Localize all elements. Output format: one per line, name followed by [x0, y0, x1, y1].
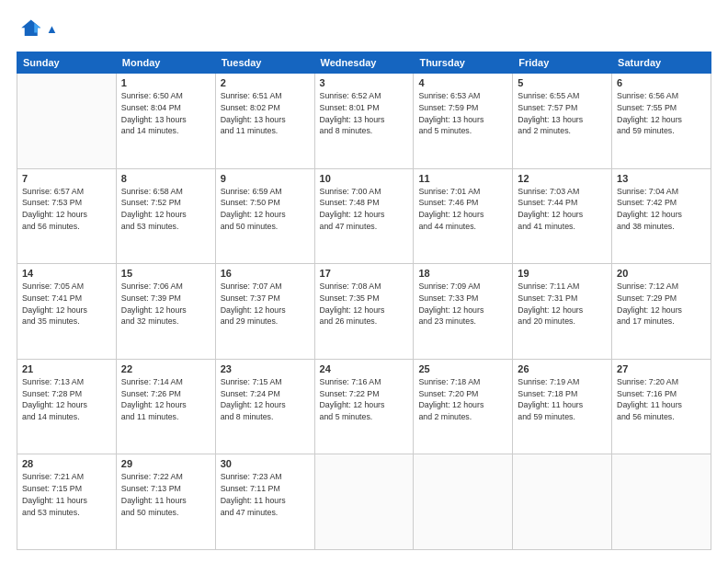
- day-number: 30: [221, 458, 310, 469]
- day-number: 4: [418, 77, 507, 88]
- calendar-cell: 4Sunrise: 6:53 AM Sunset: 7:59 PM Daylig…: [414, 74, 513, 169]
- day-info: Sunrise: 7:05 AM Sunset: 7:41 PM Dayligh…: [22, 281, 111, 327]
- day-number: 17: [320, 268, 409, 279]
- day-number: 2: [221, 77, 310, 88]
- day-info: Sunrise: 7:04 AM Sunset: 7:42 PM Dayligh…: [617, 186, 706, 233]
- day-info: Sunrise: 7:14 AM Sunset: 7:26 PM Dayligh…: [121, 376, 210, 423]
- calendar-table: SundayMondayTuesdayWednesdayThursdayFrid…: [17, 52, 711, 550]
- day-number: 22: [121, 363, 210, 374]
- weekday-header: Monday: [116, 52, 215, 74]
- day-number: 14: [22, 268, 111, 279]
- day-number: 25: [418, 363, 507, 374]
- calendar-week-row: 14Sunrise: 7:05 AM Sunset: 7:41 PM Dayli…: [17, 264, 711, 360]
- weekday-header: Thursday: [414, 52, 513, 74]
- day-info: Sunrise: 7:06 AM Sunset: 7:39 PM Dayligh…: [121, 281, 210, 327]
- day-info: Sunrise: 7:19 AM Sunset: 7:18 PM Dayligh…: [518, 376, 607, 423]
- calendar-cell: 16Sunrise: 7:07 AM Sunset: 7:37 PM Dayli…: [215, 264, 314, 360]
- logo: ▲: [17, 17, 58, 42]
- calendar-cell: 5Sunrise: 6:55 AM Sunset: 7:57 PM Daylig…: [513, 74, 612, 169]
- day-info: Sunrise: 6:56 AM Sunset: 7:55 PM Dayligh…: [617, 90, 706, 137]
- day-info: Sunrise: 6:57 AM Sunset: 7:53 PM Dayligh…: [22, 186, 111, 233]
- logo-icon: [17, 17, 42, 42]
- day-number: 27: [617, 363, 706, 374]
- day-info: Sunrise: 6:55 AM Sunset: 7:57 PM Dayligh…: [518, 90, 607, 137]
- day-info: Sunrise: 7:13 AM Sunset: 7:28 PM Dayligh…: [22, 376, 111, 423]
- calendar-cell: 12Sunrise: 7:03 AM Sunset: 7:44 PM Dayli…: [513, 168, 612, 264]
- calendar-cell: [314, 454, 414, 550]
- day-info: Sunrise: 7:20 AM Sunset: 7:16 PM Dayligh…: [617, 376, 706, 423]
- day-info: Sunrise: 6:58 AM Sunset: 7:52 PM Dayligh…: [121, 186, 210, 233]
- day-info: Sunrise: 7:12 AM Sunset: 7:29 PM Dayligh…: [617, 281, 706, 327]
- calendar-cell: 9Sunrise: 6:59 AM Sunset: 7:50 PM Daylig…: [215, 168, 314, 264]
- day-info: Sunrise: 7:16 AM Sunset: 7:22 PM Dayligh…: [320, 376, 409, 423]
- day-info: Sunrise: 7:00 AM Sunset: 7:48 PM Dayligh…: [320, 186, 409, 233]
- calendar-week-row: 7Sunrise: 6:57 AM Sunset: 7:53 PM Daylig…: [17, 168, 711, 264]
- calendar-cell: 28Sunrise: 7:21 AM Sunset: 7:15 PM Dayli…: [17, 454, 117, 550]
- calendar-cell: [513, 454, 612, 550]
- day-info: Sunrise: 6:59 AM Sunset: 7:50 PM Dayligh…: [221, 186, 310, 233]
- calendar-cell: 29Sunrise: 7:22 AM Sunset: 7:13 PM Dayli…: [116, 454, 215, 550]
- day-info: Sunrise: 7:23 AM Sunset: 7:11 PM Dayligh…: [221, 471, 310, 518]
- day-info: Sunrise: 6:52 AM Sunset: 8:01 PM Dayligh…: [320, 90, 409, 137]
- day-info: Sunrise: 7:09 AM Sunset: 7:33 PM Dayligh…: [418, 281, 507, 327]
- day-number: 26: [518, 363, 607, 374]
- calendar-week-row: 28Sunrise: 7:21 AM Sunset: 7:15 PM Dayli…: [17, 454, 711, 550]
- calendar-cell: 11Sunrise: 7:01 AM Sunset: 7:46 PM Dayli…: [414, 168, 513, 264]
- day-number: 10: [320, 173, 409, 184]
- calendar-cell: 22Sunrise: 7:14 AM Sunset: 7:26 PM Dayli…: [116, 359, 215, 454]
- weekday-header: Sunday: [17, 52, 117, 74]
- day-number: 8: [121, 173, 210, 184]
- calendar-cell: 3Sunrise: 6:52 AM Sunset: 8:01 PM Daylig…: [314, 74, 414, 169]
- logo-text: ▲: [46, 22, 58, 37]
- calendar-cell: 21Sunrise: 7:13 AM Sunset: 7:28 PM Dayli…: [17, 359, 117, 454]
- day-info: Sunrise: 6:53 AM Sunset: 7:59 PM Dayligh…: [418, 90, 507, 137]
- calendar-cell: [612, 454, 711, 550]
- calendar-cell: 27Sunrise: 7:20 AM Sunset: 7:16 PM Dayli…: [612, 359, 711, 454]
- calendar-cell: 1Sunrise: 6:50 AM Sunset: 8:04 PM Daylig…: [116, 74, 215, 169]
- day-number: 9: [221, 173, 310, 184]
- calendar-cell: 2Sunrise: 6:51 AM Sunset: 8:02 PM Daylig…: [215, 74, 314, 169]
- calendar-week-row: 21Sunrise: 7:13 AM Sunset: 7:28 PM Dayli…: [17, 359, 711, 454]
- day-info: Sunrise: 7:11 AM Sunset: 7:31 PM Dayligh…: [518, 281, 607, 327]
- calendar-cell: 14Sunrise: 7:05 AM Sunset: 7:41 PM Dayli…: [17, 264, 117, 360]
- calendar-week-row: 1Sunrise: 6:50 AM Sunset: 8:04 PM Daylig…: [17, 74, 711, 169]
- weekday-header: Saturday: [612, 52, 711, 74]
- day-number: 5: [518, 77, 607, 88]
- calendar-cell: 15Sunrise: 7:06 AM Sunset: 7:39 PM Dayli…: [116, 264, 215, 360]
- header: ▲: [17, 17, 711, 42]
- calendar-cell: 17Sunrise: 7:08 AM Sunset: 7:35 PM Dayli…: [314, 264, 414, 360]
- calendar-cell: 10Sunrise: 7:00 AM Sunset: 7:48 PM Dayli…: [314, 168, 414, 264]
- calendar-cell: 19Sunrise: 7:11 AM Sunset: 7:31 PM Dayli…: [513, 264, 612, 360]
- day-number: 20: [617, 268, 706, 279]
- day-info: Sunrise: 7:08 AM Sunset: 7:35 PM Dayligh…: [320, 281, 409, 327]
- day-info: Sunrise: 7:07 AM Sunset: 7:37 PM Dayligh…: [221, 281, 310, 327]
- day-info: Sunrise: 7:18 AM Sunset: 7:20 PM Dayligh…: [418, 376, 507, 423]
- day-number: 13: [617, 173, 706, 184]
- day-number: 21: [22, 363, 111, 374]
- day-number: 19: [518, 268, 607, 279]
- weekday-header: Friday: [513, 52, 612, 74]
- day-info: Sunrise: 7:21 AM Sunset: 7:15 PM Dayligh…: [22, 471, 111, 518]
- weekday-header: Tuesday: [215, 52, 314, 74]
- weekday-header: Wednesday: [314, 52, 414, 74]
- day-number: 6: [617, 77, 706, 88]
- calendar-cell: 25Sunrise: 7:18 AM Sunset: 7:20 PM Dayli…: [414, 359, 513, 454]
- calendar-cell: 26Sunrise: 7:19 AM Sunset: 7:18 PM Dayli…: [513, 359, 612, 454]
- day-number: 16: [221, 268, 310, 279]
- svg-marker-1: [34, 23, 40, 33]
- calendar-cell: 23Sunrise: 7:15 AM Sunset: 7:24 PM Dayli…: [215, 359, 314, 454]
- day-number: 15: [121, 268, 210, 279]
- day-number: 28: [22, 458, 111, 469]
- day-number: 11: [418, 173, 507, 184]
- calendar-cell: 30Sunrise: 7:23 AM Sunset: 7:11 PM Dayli…: [215, 454, 314, 550]
- day-info: Sunrise: 7:03 AM Sunset: 7:44 PM Dayligh…: [518, 186, 607, 233]
- day-info: Sunrise: 6:50 AM Sunset: 8:04 PM Dayligh…: [121, 90, 210, 137]
- day-number: 18: [418, 268, 507, 279]
- calendar-cell: 18Sunrise: 7:09 AM Sunset: 7:33 PM Dayli…: [414, 264, 513, 360]
- day-info: Sunrise: 7:01 AM Sunset: 7:46 PM Dayligh…: [418, 186, 507, 233]
- calendar-cell: 8Sunrise: 6:58 AM Sunset: 7:52 PM Daylig…: [116, 168, 215, 264]
- day-number: 7: [22, 173, 111, 184]
- calendar-cell: 7Sunrise: 6:57 AM Sunset: 7:53 PM Daylig…: [17, 168, 117, 264]
- day-number: 29: [121, 458, 210, 469]
- page: ▲ SundayMondayTuesdayWednesdayThursdayFr…: [0, 0, 728, 563]
